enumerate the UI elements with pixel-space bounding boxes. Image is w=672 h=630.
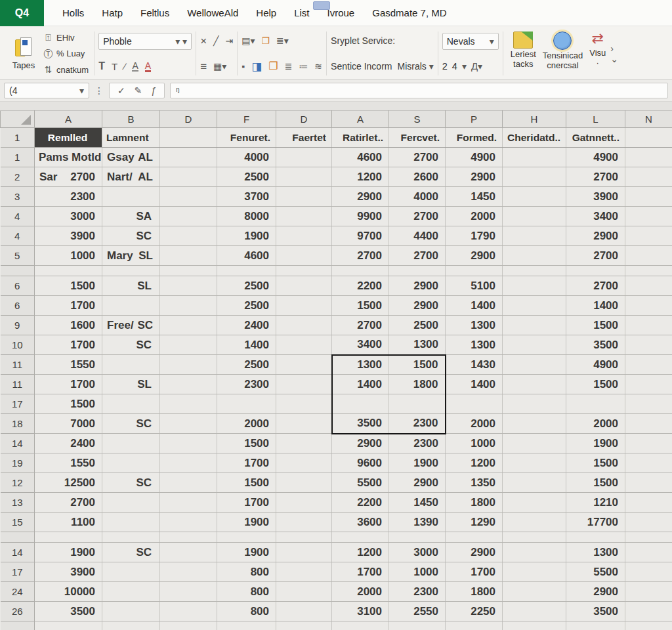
header-cell[interactable]: Fercvet. bbox=[389, 128, 446, 148]
row-header[interactable]: 17 bbox=[1, 562, 35, 582]
cell[interactable]: 3900 bbox=[35, 562, 102, 582]
enter-button[interactable]: ✓ bbox=[117, 86, 125, 95]
row-header[interactable]: 12 bbox=[1, 473, 35, 493]
row-header[interactable]: 19 bbox=[1, 453, 35, 473]
cell[interactable]: 1550 bbox=[35, 355, 102, 375]
header-cell[interactable]: Ratirlet.. bbox=[332, 128, 389, 148]
cell[interactable]: 1700 bbox=[35, 375, 102, 394]
row-header[interactable]: 6 bbox=[1, 296, 35, 316]
merge-button[interactable]: ▦▾ bbox=[213, 60, 226, 72]
cell[interactable] bbox=[503, 473, 566, 493]
cell[interactable]: 2000 bbox=[217, 414, 276, 434]
header-cell[interactable]: Remlled bbox=[35, 128, 102, 148]
cell[interactable] bbox=[160, 621, 217, 630]
cell[interactable]: 1900 bbox=[35, 543, 102, 562]
cell[interactable] bbox=[276, 187, 332, 207]
cell[interactable] bbox=[389, 621, 446, 630]
cell[interactable]: Pams Motld bbox=[35, 148, 102, 167]
cell[interactable]: 1100 bbox=[35, 513, 102, 532]
cell[interactable]: Sar2700 bbox=[35, 167, 102, 187]
cell[interactable]: Free/SC bbox=[102, 316, 160, 335]
cell[interactable] bbox=[35, 266, 102, 276]
cell[interactable] bbox=[160, 375, 217, 394]
cell[interactable]: 2900 bbox=[446, 246, 503, 266]
cell[interactable] bbox=[566, 532, 625, 543]
cell[interactable] bbox=[625, 414, 672, 434]
size-value-b[interactable]: 4 bbox=[452, 61, 457, 72]
header-cell[interactable]: Lamnent bbox=[102, 128, 160, 148]
menu-item[interactable]: WelloweAld bbox=[187, 7, 238, 18]
cell[interactable] bbox=[102, 602, 160, 621]
cell[interactable]: 1000 bbox=[389, 562, 446, 582]
cell[interactable] bbox=[625, 246, 672, 266]
cell[interactable]: 1900 bbox=[217, 543, 276, 562]
cell[interactable]: 1700 bbox=[217, 493, 276, 513]
cell[interactable] bbox=[503, 246, 566, 266]
cell[interactable]: Nart/AL bbox=[102, 167, 160, 187]
menu-item[interactable]: List bbox=[294, 7, 309, 18]
row-header[interactable]: 14 bbox=[1, 543, 35, 562]
edit-button[interactable]: ✎ bbox=[135, 86, 142, 95]
cell[interactable] bbox=[503, 414, 566, 434]
cell[interactable]: 1500 bbox=[389, 355, 446, 375]
column-header[interactable]: D bbox=[276, 111, 332, 128]
cell[interactable]: 1300 bbox=[389, 335, 446, 355]
cell[interactable] bbox=[102, 296, 160, 316]
cell[interactable] bbox=[503, 167, 566, 187]
cell[interactable] bbox=[389, 266, 446, 276]
cell[interactable]: 2700 bbox=[332, 246, 389, 266]
cell[interactable] bbox=[160, 187, 217, 207]
cell[interactable]: 2500 bbox=[217, 296, 276, 316]
cell[interactable] bbox=[625, 582, 672, 602]
cell[interactable]: 8000 bbox=[217, 207, 276, 226]
row-header[interactable]: 15 bbox=[1, 513, 35, 532]
column-header[interactable]: S bbox=[389, 111, 446, 128]
row-header[interactable]: 26 bbox=[1, 602, 35, 621]
cell[interactable]: 1500 bbox=[217, 434, 276, 453]
cell[interactable] bbox=[102, 434, 160, 453]
workbook-tab[interactable]: Q4 bbox=[0, 0, 44, 26]
cell[interactable] bbox=[625, 493, 672, 513]
cell[interactable]: 2900 bbox=[389, 296, 446, 316]
paste-button[interactable]: Tapes bbox=[5, 29, 42, 78]
cell[interactable]: 3100 bbox=[332, 602, 389, 621]
cell[interactable]: 1300 bbox=[446, 316, 503, 335]
cell[interactable] bbox=[276, 493, 332, 513]
cell[interactable]: 2500 bbox=[217, 355, 276, 375]
cell[interactable]: 4600 bbox=[217, 246, 276, 266]
cell[interactable] bbox=[625, 434, 672, 453]
cell[interactable]: 1500 bbox=[566, 453, 625, 473]
row-header[interactable]: 13 bbox=[1, 493, 35, 513]
cell[interactable] bbox=[276, 276, 332, 296]
column-header[interactable]: A bbox=[35, 111, 102, 128]
cell[interactable]: 3500 bbox=[566, 335, 625, 355]
cell[interactable] bbox=[160, 513, 217, 532]
cell[interactable]: 2900 bbox=[566, 226, 625, 246]
align-button[interactable]: ≡ bbox=[200, 61, 207, 72]
cell[interactable] bbox=[625, 226, 672, 246]
cell[interactable]: 4900 bbox=[566, 355, 625, 375]
cell[interactable] bbox=[503, 621, 566, 630]
cell[interactable] bbox=[503, 493, 566, 513]
cell[interactable] bbox=[503, 296, 566, 316]
cell[interactable]: SC bbox=[102, 226, 160, 246]
cell[interactable] bbox=[625, 513, 672, 532]
header-cell[interactable] bbox=[625, 128, 672, 148]
cell[interactable] bbox=[35, 532, 102, 543]
row-header[interactable]: 11 bbox=[1, 375, 35, 394]
cell[interactable] bbox=[566, 394, 625, 414]
cell[interactable]: 800 bbox=[217, 602, 276, 621]
column-header[interactable]: B bbox=[102, 111, 160, 128]
cell[interactable] bbox=[102, 513, 160, 532]
cell[interactable] bbox=[332, 266, 389, 276]
cnatkum-button[interactable]: ⇅ cnatkum bbox=[43, 64, 89, 75]
cell[interactable] bbox=[276, 316, 332, 335]
cell[interactable] bbox=[503, 434, 566, 453]
cell[interactable] bbox=[160, 453, 217, 473]
cell[interactable] bbox=[625, 316, 672, 335]
cell[interactable] bbox=[276, 602, 332, 621]
cell[interactable]: 1000 bbox=[35, 246, 102, 266]
caret-icon[interactable]: ▾ bbox=[182, 37, 187, 46]
ehiv-button[interactable]: ⍐ EHiv bbox=[43, 32, 89, 43]
cell[interactable]: 1800 bbox=[389, 375, 446, 394]
